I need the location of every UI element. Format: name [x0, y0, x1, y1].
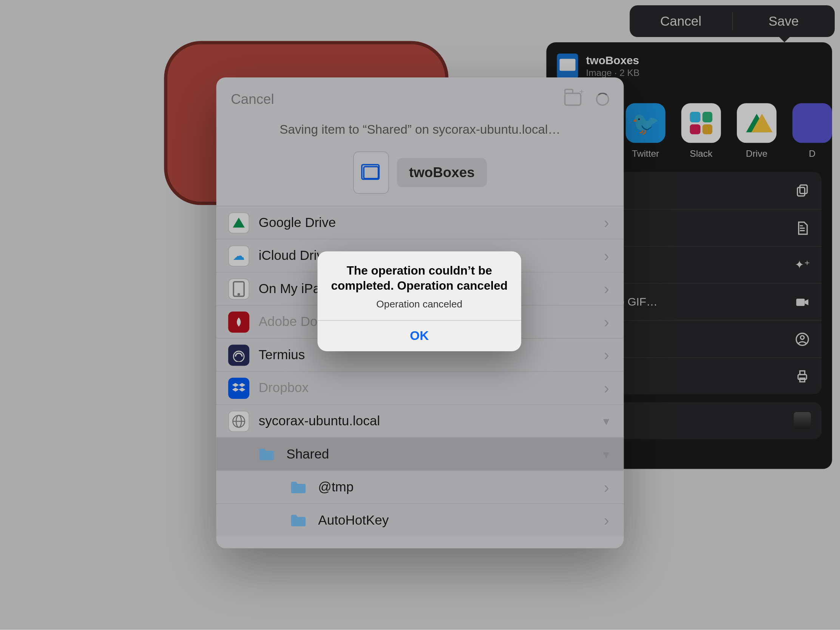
alert-title: The operation couldn’t be completed. Ope…: [317, 251, 521, 298]
alert-message: Operation canceled: [317, 298, 521, 320]
error-alert: The operation couldn’t be completed. Ope…: [317, 251, 521, 351]
alert-ok-button[interactable]: OK: [317, 320, 521, 351]
